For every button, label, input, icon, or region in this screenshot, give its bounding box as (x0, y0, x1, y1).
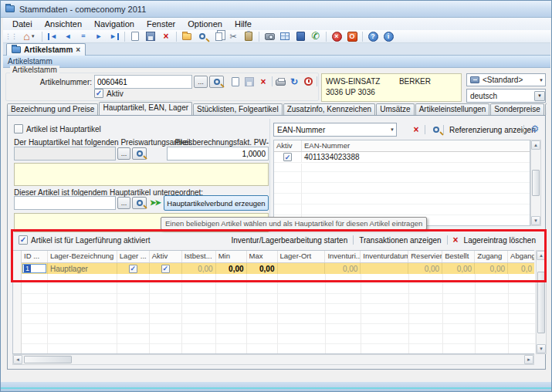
tab-stuecklisten-folgeartikel[interactable]: Stücklisten, Folgeartikel (193, 103, 283, 115)
pw-artikel-list[interactable] (14, 163, 269, 186)
lager-zugang-cell[interactable]: 0,00 (475, 263, 508, 274)
hauptartikel-input[interactable] (14, 196, 116, 210)
lager-inventurbestand-cell[interactable]: 0,00 (325, 263, 361, 274)
lager-grid-vscrollbar[interactable]: ▲ ▼ (536, 250, 547, 354)
next-record-button[interactable]: ► (92, 31, 106, 42)
lager-aktiv-cell[interactable]: ✓ (150, 263, 182, 274)
menu-navigation[interactable]: Navigation (88, 19, 141, 29)
artikelnummer-input[interactable] (94, 75, 192, 89)
open-button[interactable] (180, 31, 194, 42)
screenshot-button[interactable] (262, 31, 276, 42)
column-header-aktiv[interactable]: Aktiv (274, 140, 302, 151)
scroll-right-icon[interactable]: ► (524, 355, 533, 364)
scroll-down-icon[interactable]: ▼ (531, 216, 540, 225)
home-button[interactable]: ⌂▼ (20, 31, 39, 42)
search-pw-button[interactable] (132, 147, 147, 160)
column-header-lager-bezeichnung[interactable]: Lager-Bezeichnung (48, 251, 117, 262)
tab-umsaetze[interactable]: Umsätze (376, 103, 414, 115)
scroll-left-icon[interactable]: ◄ (13, 355, 22, 364)
lager-id-cell[interactable]: 1 (22, 263, 48, 274)
transaktionen-anzeigen-button[interactable]: Transaktionen anzeigen (359, 236, 441, 245)
current-record-button[interactable]: = (76, 31, 90, 42)
table-view-button[interactable] (278, 31, 292, 42)
browse-button[interactable]: ... (194, 76, 208, 88)
copy-button[interactable] (211, 31, 225, 42)
ean-aktiv-cell[interactable]: ✓ (274, 152, 302, 162)
ean-delete-button[interactable]: × (409, 123, 423, 135)
print-button[interactable] (273, 76, 287, 87)
language-select[interactable]: deutsch ▼ (466, 89, 546, 103)
pw-faktor-input[interactable] (167, 147, 269, 161)
column-header-bestellt[interactable]: Bestellt (442, 251, 475, 262)
lager-row-hauptlager[interactable]: 1 Hauptlager ✓ ✓ 0,00 0,00 0,00 0,00 0,0… (22, 263, 534, 274)
exit-button[interactable]: O (345, 31, 359, 42)
tab-hauptartikel-ean-lager[interactable]: Hauptartikel, EAN, Lager (99, 102, 192, 115)
help-button[interactable]: ? (366, 31, 380, 42)
lager-lagerfuehrung-cell[interactable]: ✓ (117, 263, 150, 274)
column-header-ean-nummer[interactable]: EAN-Nummer (302, 140, 530, 151)
scroll-up-icon[interactable]: ▲ (537, 251, 546, 260)
lagereintrag-loeschen-button[interactable]: Lagereintrag löschen (464, 236, 536, 245)
lagerfuehrung-checkbox[interactable]: ✓ (19, 235, 28, 245)
calculator-button[interactable] (293, 31, 307, 42)
ean-search-button[interactable] (429, 123, 443, 135)
aktiv-checkbox[interactable]: ✓ (94, 89, 103, 98)
delete-article-button[interactable]: × (256, 76, 270, 87)
ean-type-select[interactable]: EAN-Nummer ▼ (273, 123, 397, 137)
column-header-min[interactable]: Min (216, 251, 247, 262)
cut-button[interactable]: ✂ (226, 31, 240, 42)
document-tab-artikelstamm[interactable]: Artikelstamm × (6, 43, 86, 56)
column-header-zugang[interactable]: Zugang (475, 251, 508, 262)
close-tab-icon[interactable]: × (76, 46, 80, 54)
column-header-abgang[interactable]: Abgang (508, 251, 534, 262)
title-bar[interactable]: Stammdaten - comeconomy 2011 (1, 1, 552, 18)
toolbar-grip[interactable]: ⋮⋮ (5, 32, 17, 40)
lager-min-cell[interactable]: 0,00 (216, 263, 247, 274)
menu-fenster[interactable]: Fenster (141, 19, 181, 29)
lager-abgang-cell[interactable]: 0,0 (508, 263, 534, 274)
scrollbar-thumb[interactable] (532, 170, 540, 196)
menu-optionen[interactable]: Optionen (181, 19, 229, 29)
standard-view-select[interactable]: <Standard> ▼ (466, 73, 546, 86)
tab-sonderpreise[interactable]: Sonderpreise (490, 103, 544, 115)
lager-istbestand-cell[interactable]: 0,00 (182, 263, 216, 274)
assign-arrows-icon[interactable]: ➤➤ (150, 198, 160, 207)
lager-bezeichnung-cell[interactable]: Hauptlager (48, 263, 117, 274)
refresh-button[interactable]: ↻ (287, 76, 301, 87)
lager-inventurdatum-cell[interactable] (361, 263, 408, 274)
column-header-inventurdatum[interactable]: Inventurdatum (361, 251, 408, 262)
lager-reserviert-cell[interactable]: 0,00 (408, 263, 442, 274)
preiswartungsartikel-input[interactable] (14, 147, 116, 161)
column-header-istbestand[interactable]: Istbest... (182, 251, 216, 262)
column-header-lager-ort[interactable]: Lager-Ort (278, 251, 326, 262)
column-header-max[interactable]: Max (247, 251, 278, 262)
history-button[interactable] (301, 76, 315, 87)
menu-datei[interactable]: Datei (6, 19, 39, 29)
scrollbar-thumb[interactable] (537, 272, 545, 333)
inventur-starten-button[interactable]: Inventur/Lagerbearbeitung starten (232, 236, 348, 245)
column-header-inventurbestand[interactable]: Inventuri... (325, 251, 361, 262)
menu-hilfe[interactable]: Hilfe (229, 19, 258, 29)
save-button[interactable] (144, 31, 157, 42)
search-article-button[interactable] (209, 76, 224, 88)
search-hauptartikel-button[interactable] (132, 197, 147, 209)
browse-hauptartikel-button[interactable]: ... (117, 197, 130, 209)
column-header-reserviert[interactable]: Reserviert (408, 251, 442, 262)
column-header-id[interactable]: ID ... (22, 251, 48, 262)
scrollbar-thumb[interactable] (24, 356, 72, 363)
info-button[interactable]: i (381, 31, 395, 42)
lager-ort-cell[interactable] (278, 263, 326, 274)
lager-bestellt-cell[interactable]: 0,00 (442, 263, 475, 274)
browse-pw-button[interactable]: ... (117, 147, 130, 160)
referenzierung-anzeigen-button[interactable]: Referenzierung anzeigen (449, 126, 536, 134)
lager-grid-hscrollbar[interactable]: ◄ ► (12, 354, 534, 365)
ean-grid-vscrollbar[interactable]: ▲ ▼ (530, 140, 541, 226)
menu-ansichten[interactable]: Ansichten (39, 19, 88, 29)
new-button[interactable] (128, 31, 142, 42)
tab-artikeleinstellungen[interactable]: Artikeleinstellungen (415, 103, 490, 115)
search-button[interactable] (195, 31, 209, 42)
column-header-lager[interactable]: Lager ... (117, 251, 150, 262)
ean-row[interactable]: ✓ 4011334023388 (274, 152, 530, 163)
save-article-button[interactable] (242, 76, 256, 87)
previous-record-button[interactable]: ◄ (61, 31, 75, 42)
